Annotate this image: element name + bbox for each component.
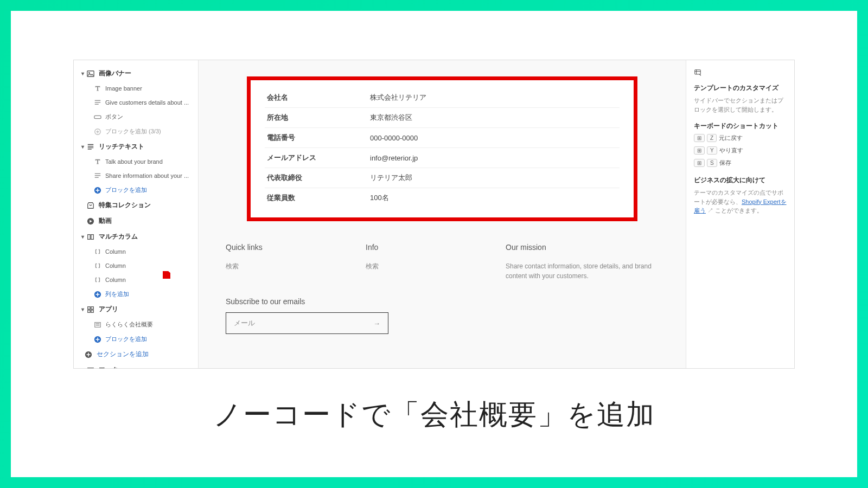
plus-icon [93, 128, 102, 136]
block-column-3[interactable]: Column [74, 273, 198, 287]
richtext-icon [86, 143, 95, 151]
plus-icon [93, 187, 102, 194]
table-row: 代表取締役リテリア太郎 [265, 168, 620, 188]
plus-icon [93, 336, 102, 343]
preview-canvas: 会社名株式会社リテリア 所在地東京都渋谷区 電話番号000-0000-0000 … [199, 60, 686, 368]
template-icon [694, 69, 787, 78]
block-column-1[interactable]: Column [74, 245, 198, 259]
text-icon [93, 158, 102, 165]
inspector-panel: テンプレートのカスタマイズ サイドバーでセクションまたはプロックを選択して開始し… [686, 60, 794, 368]
columns-icon [86, 233, 95, 241]
svg-rect-5 [94, 115, 101, 118]
add-block-disabled: ブロックを追加 (3/3) [74, 124, 198, 139]
section-apps[interactable]: ▾アプリ [74, 301, 198, 317]
quicklinks-item[interactable]: 検索 [226, 261, 328, 271]
info-title: Info [366, 243, 468, 252]
template-customize-text: サイドバーでセクションまたはプロックを選択して開始します。 [694, 96, 787, 114]
table-row: 電話番号000-0000-0000 [265, 128, 620, 148]
svg-rect-11 [95, 174, 101, 174]
svg-rect-20 [91, 306, 93, 309]
button-icon [93, 113, 102, 121]
template-customize-title: テンプレートのカスタマイズ [694, 84, 787, 93]
section-video[interactable]: 動画 [74, 213, 198, 229]
footer-icon [86, 367, 95, 369]
paragraph-icon [93, 99, 102, 106]
column-icon [93, 248, 102, 255]
section-multicolumn[interactable]: ▾マルチカラム [74, 229, 198, 245]
block-column-2[interactable]: Column [74, 259, 198, 273]
app-block-icon [93, 321, 102, 329]
svg-rect-3 [95, 102, 101, 102]
add-app-block[interactable]: ブロックを追加 [74, 332, 198, 346]
app-company-profile[interactable]: らくらく会社概要 [74, 317, 198, 332]
svg-rect-25 [96, 325, 100, 325]
section-featured-collection[interactable]: 特集コレクション [74, 197, 198, 213]
business-text: テーマのカスタマイズの点でサポートが必要なら、Shopify Expertを雇う… [694, 188, 787, 215]
svg-rect-4 [95, 104, 99, 105]
collection-icon [86, 202, 95, 209]
company-table: 会社名株式会社リテリア 所在地東京都渋谷区 電話番号000-0000-0000 … [265, 88, 620, 208]
svg-rect-13 [95, 177, 99, 178]
add-section[interactable]: セクションを追加 [74, 346, 198, 362]
plus-icon [84, 351, 93, 358]
section-image-banner[interactable]: ▾画像バナー [74, 66, 198, 81]
submit-arrow-icon[interactable]: → [373, 319, 380, 328]
mission-text: Share contact information, store details… [506, 261, 659, 281]
svg-rect-28 [88, 368, 94, 368]
table-row: メールアドレスinfo@reterior.jp [265, 148, 620, 168]
svg-rect-19 [88, 306, 90, 309]
svg-rect-8 [88, 146, 94, 146]
shortcut-save: ⊞S保存 [694, 159, 787, 167]
table-row: 会社名株式会社リテリア [265, 88, 620, 108]
block-text-2[interactable]: Share information about your ... [74, 169, 198, 183]
video-icon [86, 217, 95, 225]
theme-editor: ▾画像バナー Image banner Give customers detai… [73, 60, 795, 369]
business-title: ビジネスの拡大に向けて [694, 176, 787, 185]
column-icon [93, 276, 102, 284]
svg-rect-2 [95, 100, 101, 101]
mission-title: Our mission [506, 243, 659, 252]
caption: ノーコードで「会社概要」を追加 [213, 396, 655, 434]
svg-rect-22 [91, 310, 93, 312]
paragraph-icon [93, 172, 102, 179]
column-icon [93, 262, 102, 269]
email-field[interactable]: メール → [226, 312, 388, 334]
table-row: 所在地東京都渋谷区 [265, 108, 620, 128]
svg-rect-24 [96, 323, 100, 324]
svg-rect-7 [88, 144, 94, 145]
svg-rect-21 [88, 310, 90, 312]
add-block-richtext[interactable]: ブロックを追加 [74, 183, 198, 197]
footer-preview: Quick links検索 Info検索 Our missionShare co… [226, 243, 659, 281]
svg-rect-16 [88, 234, 90, 239]
shortcuts-title: キーボードのショートカット [694, 121, 787, 131]
email-placeholder: メール [234, 318, 255, 328]
svg-rect-9 [88, 147, 94, 147]
block-text[interactable]: Give customers details about ... [74, 95, 198, 110]
svg-rect-0 [87, 70, 94, 76]
shortcut-undo: ⊞Z元に戻す [694, 134, 787, 142]
subscribe-heading: Subscribe to our emails [226, 297, 659, 306]
info-item[interactable]: 検索 [366, 261, 468, 271]
text-icon [93, 85, 102, 92]
svg-rect-10 [88, 149, 92, 149]
image-icon [86, 70, 95, 78]
svg-rect-17 [91, 234, 93, 239]
company-profile-highlight: 会社名株式会社リテリア 所在地東京都渋谷区 電話番号000-0000-0000 … [247, 76, 637, 221]
add-column[interactable]: 列を追加 [74, 287, 198, 301]
table-row: 従業員数100名 [265, 188, 620, 208]
plus-icon [93, 291, 102, 298]
block-heading[interactable]: Image banner [74, 81, 198, 95]
svg-rect-30 [695, 70, 701, 74]
shortcut-redo: ⊞Yやり直す [694, 146, 787, 155]
svg-rect-12 [95, 175, 101, 176]
block-heading-2[interactable]: Talk about your brand [74, 155, 198, 169]
section-rich-text[interactable]: ▾リッチテキスト [74, 139, 198, 155]
quicklinks-title: Quick links [226, 243, 328, 252]
block-button[interactable]: ボタン [74, 110, 198, 124]
section-footer-group[interactable]: ▸フッター [74, 362, 198, 368]
apps-icon [86, 306, 95, 313]
sidebar: ▾画像バナー Image banner Give customers detai… [74, 60, 199, 368]
